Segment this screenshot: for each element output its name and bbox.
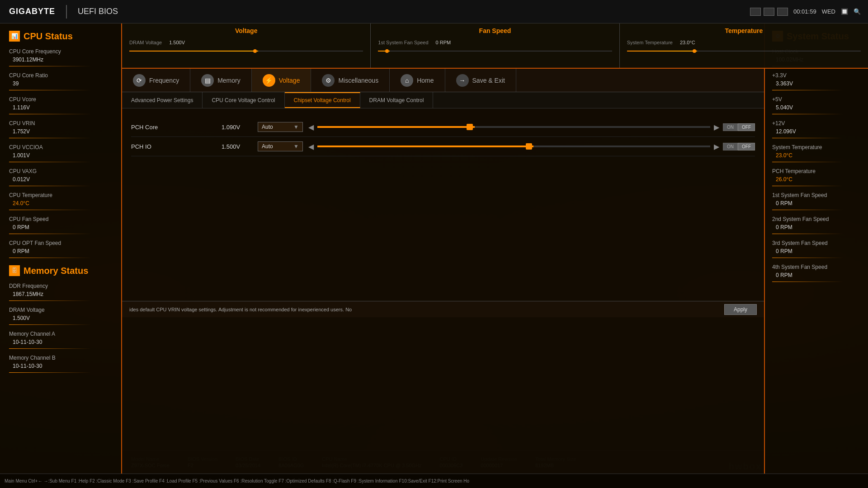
- cpu-fan-value: 0 RPM: [13, 224, 29, 230]
- tab-voltage[interactable]: ⚡ Voltage: [252, 69, 311, 92]
- cpu-opt-fan-stat: CPU OPT Fan Speed 0 RPM: [9, 239, 112, 258]
- info-bar: ides default CPU VRIN voltage settings. …: [122, 301, 764, 317]
- temperature-section: Temperature System Temperature 23.0°C: [620, 23, 868, 68]
- sub-tab-cpu-core-voltage-label: CPU Core Voltage Control: [212, 97, 275, 103]
- pch-core-dropdown[interactable]: Auto ▼: [258, 122, 303, 132]
- fan-speed-label1: 1st System Fan Speed: [378, 40, 428, 45]
- tab-miscellaneous[interactable]: ⚙ Miscellaneous: [311, 69, 390, 92]
- v33-stat: +3.3V 3.363V: [772, 71, 861, 90]
- cpu-status-title: CPU Status: [24, 31, 73, 42]
- cpu-vrin-value: 1.752V: [13, 128, 30, 135]
- cpu-core-freq-value: 3901.12MHz: [13, 56, 43, 63]
- pch-io-voltage: 1.500V: [222, 143, 258, 150]
- pch-io-slider-thumb[interactable]: [526, 143, 532, 150]
- sub-tab-dram-voltage-label: DRAM Voltage Control: [369, 97, 424, 103]
- cpu-core-ratio-underline: [9, 90, 91, 90]
- pch-io-mode: Auto: [262, 143, 273, 150]
- uefi-bios-title: UEFI BIOS: [78, 7, 118, 16]
- pch-temp-value: 26.0°C: [776, 176, 793, 183]
- sub-tab-chipset-voltage[interactable]: Chipset Voltage Control: [285, 92, 360, 108]
- apply-button[interactable]: Apply: [724, 304, 757, 315]
- frequency-tab-label: Frequency: [149, 77, 179, 84]
- hotkeys-text: Main Menu Ctrl+← →:Sub Menu F1 :Help F2 …: [5, 479, 469, 483]
- pch-io-off-button[interactable]: OFF: [738, 143, 755, 150]
- cpu-temp-underline: [9, 210, 91, 210]
- sub-tab-advanced-power[interactable]: Advanced Power Settings: [122, 92, 203, 108]
- left-sidebar: 📊 CPU Status CPU Core Frequency 3901.12M…: [0, 23, 122, 474]
- cpu-vcore-value: 1.116V: [13, 104, 30, 111]
- save-exit-tab-label: Save & Exit: [472, 77, 505, 84]
- tab-home[interactable]: ⌂ Home: [390, 69, 445, 92]
- sys-temp-label: System Temperature: [772, 144, 822, 150]
- cpu-vccioa-underline: [9, 162, 91, 162]
- sys-temp-stat: System Temperature 23.0°C: [772, 143, 861, 162]
- cpu-vaxg-label: CPU VAXG: [9, 168, 37, 174]
- cpu-vcore-label: CPU Vcore: [9, 96, 36, 103]
- home-tab-label: Home: [417, 77, 434, 84]
- pch-temp-label: PCH Temperature: [772, 168, 816, 174]
- memory-tab-label: Memory: [217, 77, 241, 84]
- search-icon[interactable]: 🔍: [854, 8, 861, 15]
- voltage-section: Voltage DRAM Voltage 1.500V: [122, 23, 371, 68]
- ddr-freq-underline: [9, 300, 91, 301]
- icon-box-3[interactable]: [777, 8, 788, 16]
- icon-box-1[interactable]: [750, 8, 761, 16]
- mem-ch-b-stat: Memory Channel B 10-11-10-30: [9, 353, 112, 373]
- pch-io-slider-right-arrow[interactable]: ▶: [714, 142, 719, 151]
- misc-tab-label: Miscellaneous: [338, 77, 378, 84]
- frequency-tab-icon: ⟳: [133, 74, 146, 87]
- dram-voltage-label: DRAM Voltage: [9, 307, 45, 313]
- sys-temp-value: 23.0°C: [776, 152, 793, 159]
- pch-io-slider-left-arrow[interactable]: ◀: [308, 142, 314, 151]
- pch-core-slider-right-arrow[interactable]: ▶: [714, 123, 719, 131]
- cpu-core-ratio-label: CPU Core Ratio: [9, 72, 48, 79]
- pch-io-slider-track[interactable]: [317, 145, 710, 147]
- icon-box-2[interactable]: [764, 8, 774, 16]
- pch-core-slider-track[interactable]: [317, 126, 710, 128]
- sub-tab-cpu-core-voltage[interactable]: CPU Core Voltage Control: [203, 92, 284, 108]
- monitor-bar: Voltage DRAM Voltage 1.500V Fan Speed 1s…: [122, 23, 868, 69]
- sys-fan1-value: 0 RPM: [776, 200, 793, 206]
- cpu-fan-underline: [9, 234, 91, 234]
- system-temp-label: System Temperature: [627, 40, 673, 45]
- sub-tabs: Advanced Power Settings CPU Core Voltage…: [122, 92, 764, 108]
- v33-label: +3.3V: [772, 72, 787, 79]
- temp-dot: [693, 49, 696, 53]
- pch-core-on-button[interactable]: ON: [723, 123, 738, 131]
- header-logo: GIGABYTE UEFI BIOS: [0, 5, 127, 19]
- cpu-vaxg-underline: [9, 186, 91, 186]
- mem-ch-a-label: Memory Channel A: [9, 331, 55, 337]
- sys-fan1-stat: 1st System Fan Speed 0 RPM: [772, 191, 861, 210]
- pch-core-slider-thumb[interactable]: [467, 124, 473, 130]
- pch-io-dropdown[interactable]: Auto ▼: [258, 141, 303, 151]
- tab-frequency[interactable]: ⟳ Frequency: [122, 69, 190, 92]
- fan-line: [378, 51, 612, 52]
- tab-memory[interactable]: ▤ Memory: [190, 69, 252, 92]
- cpu-core-ratio-stat: CPU Core Ratio 39: [9, 71, 112, 90]
- cpu-vccioa-stat: CPU VCCIOA 1.001V: [9, 143, 112, 162]
- fan-dot: [385, 49, 389, 53]
- mem-ch-b-underline: [9, 372, 91, 373]
- power-icon[interactable]: 🔲: [841, 8, 848, 15]
- mem-ch-b-value: 10-11-10-30: [13, 363, 42, 369]
- dram-voltage-value: 1.500V: [13, 315, 30, 321]
- pch-io-slider-container: ◀ ▶: [308, 142, 719, 151]
- pch-io-on-button[interactable]: ON: [723, 143, 738, 150]
- content-area: PCH Core 1.090V Auto ▼ ◀ ▶ ON OFF PCH IO: [122, 108, 764, 165]
- tab-save-exit[interactable]: → Save & Exit: [445, 69, 516, 92]
- header-divider: [66, 5, 67, 19]
- pch-io-row: PCH IO 1.500V Auto ▼ ◀ ▶ ON OFF: [131, 137, 755, 156]
- cpu-vrin-label: CPU VRIN: [9, 120, 35, 127]
- pch-core-row: PCH Core 1.090V Auto ▼ ◀ ▶ ON OFF: [131, 117, 755, 137]
- cpu-status-icon: 📊: [9, 31, 20, 42]
- cpu-fan-stat: CPU Fan Speed 0 RPM: [9, 215, 112, 234]
- pch-core-on-off: ON OFF: [723, 123, 755, 131]
- day-display: WED: [822, 8, 835, 15]
- pch-core-off-button[interactable]: OFF: [738, 123, 755, 131]
- ddr-freq-label: DDR Frequency: [9, 283, 48, 289]
- sys-fan2-label: 2nd System Fan Speed: [772, 216, 829, 222]
- pch-core-slider-left-arrow[interactable]: ◀: [308, 123, 314, 131]
- mem-ch-b-label: Memory Channel B: [9, 355, 56, 361]
- sub-tab-dram-voltage[interactable]: DRAM Voltage Control: [360, 92, 434, 108]
- cpu-temp-value: 24.0°C: [13, 200, 29, 206]
